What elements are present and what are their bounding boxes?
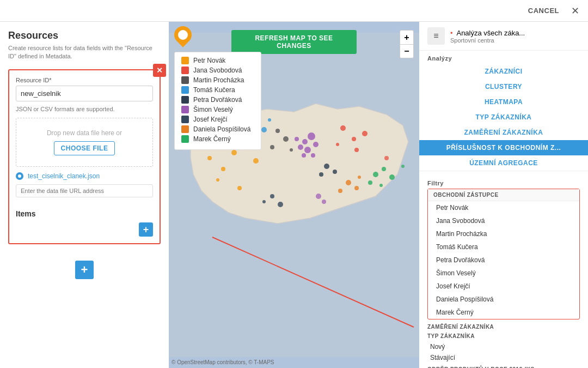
drop-zone-text: Drop new data file here or	[27, 129, 142, 137]
svg-point-18	[261, 127, 267, 132]
svg-point-24	[313, 142, 318, 147]
legend-label: Martin Procházka	[193, 76, 244, 84]
legend-dot	[181, 125, 189, 133]
filter-item[interactable]: Daniela Pospíšilová	[428, 293, 579, 306]
cancel-button[interactable]: CANCEL	[523, 4, 565, 17]
menu-item-zakaznici[interactable]: ZÁKAZNÍCI	[419, 64, 588, 79]
legend-dot	[181, 86, 189, 94]
svg-point-30	[319, 172, 323, 177]
svg-point-15	[270, 145, 274, 149]
svg-point-34	[389, 174, 395, 180]
svg-point-41	[278, 202, 283, 207]
map-area: REFRESH MAP TO SEE CHANGES + − Petr Nová…	[169, 22, 419, 368]
svg-point-19	[268, 118, 271, 122]
menu-item-prislusnost[interactable]: PŘÍSLUŠNOST K OBCHODNÍM Z...	[419, 140, 588, 155]
zoom-out-button[interactable]: −	[400, 44, 414, 58]
menu-item-clustery[interactable]: CLUSTERY	[419, 79, 588, 94]
drop-zone[interactable]: Drop new data file here or CHOOSE FILE	[16, 118, 153, 167]
filter-item[interactable]: Martin Procházka	[428, 227, 579, 240]
svg-point-44	[384, 156, 389, 160]
filter-item[interactable]: Petr Novák	[428, 201, 579, 214]
legend-label: Marek Černý	[193, 135, 231, 143]
filters-section: Filtry OBCHODNÍ ZÁSTUPCE Petr Novák Jana…	[419, 171, 588, 368]
location-pin-inner	[176, 28, 189, 41]
rp-bullet: •	[450, 29, 453, 37]
delete-icon: ✕	[156, 66, 163, 75]
legend-label: Jana Svobodová	[193, 67, 242, 74]
svg-point-32	[382, 167, 386, 171]
legend-dot	[181, 57, 189, 64]
delete-resource-button[interactable]: ✕	[153, 64, 166, 77]
svg-point-20	[302, 139, 308, 144]
svg-point-38	[338, 189, 342, 193]
svg-point-6	[237, 186, 242, 190]
svg-point-37	[354, 186, 359, 190]
map-container[interactable]: REFRESH MAP TO SEE CHANGES + − Petr Nová…	[169, 22, 419, 368]
legend-label: Tomáš Kučera	[193, 86, 235, 94]
file-selected-label: test_ciselnik_clanek.json	[28, 172, 100, 180]
svg-point-14	[283, 136, 289, 142]
legend-dot	[181, 116, 189, 123]
choose-file-button[interactable]: CHOOSE FILE	[54, 141, 115, 155]
svg-point-21	[308, 132, 315, 140]
map-copyright: © OpenStreetMap contributors, © T-MAPS	[171, 359, 274, 365]
menu-item-uzemni[interactable]: ÚZEMNÍ AGREGACE	[419, 155, 588, 171]
menu-item-typ[interactable]: TYP ZÁKAZNÍKA	[419, 110, 588, 125]
legend-item: Šimon Veselý	[181, 106, 254, 113]
right-panel: ≡ • Analýza všech záka... Sportovní cent…	[419, 22, 588, 368]
filter-obchodni-items: Petr Novák Jana Svobodová Martin Procház…	[428, 201, 579, 319]
filter-item[interactable]: Tomáš Kučera	[428, 240, 579, 254]
rp-title: • Analýza všech záka...	[450, 29, 525, 37]
svg-point-28	[324, 164, 329, 169]
svg-point-39	[358, 176, 361, 179]
filters-title: Filtry	[427, 176, 580, 189]
resource-id-label: Resource ID*	[16, 77, 153, 83]
svg-point-26	[311, 153, 315, 158]
filter-obchodni-header: OBCHODNÍ ZÁSTUPCE	[428, 189, 579, 201]
analysis-section-title: Analýzy	[419, 51, 588, 64]
resource-id-input[interactable]	[16, 86, 153, 101]
filter-item[interactable]: Marek Černý	[428, 306, 579, 319]
filter-item[interactable]: Petra Dvořáková	[428, 254, 579, 267]
menu-item-heatmapa[interactable]: HEATMAPA	[419, 94, 588, 110]
svg-point-4	[253, 158, 259, 164]
legend-item: Tomáš Kučera	[181, 86, 254, 94]
add-resource-button[interactable]: +	[75, 261, 94, 279]
svg-point-46	[316, 194, 321, 199]
legend-item: Marek Černý	[181, 135, 254, 143]
file-radio-row[interactable]: test_ciselnik_clanek.json	[16, 172, 153, 180]
legend-label: Josef Krejčí	[193, 116, 228, 123]
svg-point-5	[216, 178, 219, 182]
filter-zamereni-title: ZAMĚŘENÍ ZÁKAZNÍKA	[427, 324, 580, 330]
rp-header-icon: ≡	[427, 27, 445, 45]
close-icon: ✕	[571, 5, 579, 17]
panel-title: Resources	[8, 30, 161, 41]
rp-title-text: Analýza všech záka...	[456, 29, 525, 37]
filter-item[interactable]: Šimon Veselý	[428, 267, 579, 280]
filter-typ-novy[interactable]: Nový	[427, 341, 580, 352]
legend-item: Petra Dvořáková	[181, 96, 254, 104]
legend-dot	[181, 76, 189, 84]
items-add-row: +	[16, 222, 153, 237]
refresh-map-button[interactable]: REFRESH MAP TO SEE CHANGES	[231, 30, 357, 54]
filter-typ-stavajici[interactable]: Stávající	[427, 352, 580, 363]
add-item-button[interactable]: +	[139, 222, 153, 237]
left-panel: Resources Create resource lists for data…	[0, 22, 169, 368]
rp-subtitle: Sportovní centra	[450, 37, 525, 44]
close-icon-button[interactable]: ✕	[567, 3, 583, 19]
legend-item: Petr Novák	[181, 57, 254, 64]
map-legend: Petr NovákJana SvobodováMartin Procházka…	[174, 52, 261, 150]
filter-item[interactable]: Jana Svobodová	[428, 214, 579, 227]
svg-point-29	[333, 170, 337, 174]
zoom-in-button[interactable]: +	[400, 30, 414, 44]
legend-item: Jana Svobodová	[181, 67, 254, 74]
legend-dot	[181, 135, 189, 143]
url-input[interactable]	[16, 184, 153, 197]
svg-point-25	[302, 153, 306, 158]
svg-point-3	[221, 167, 225, 171]
filter-obchodni-box: OBCHODNÍ ZÁSTUPCE Petr Novák Jana Svobod…	[427, 189, 580, 319]
legend-dot	[181, 67, 189, 74]
filter-item[interactable]: Josef Krejčí	[428, 280, 579, 293]
legend-item: Josef Krejčí	[181, 116, 254, 123]
menu-item-zamereni[interactable]: ZAMĚŘENÍ ZÁKAZNÍKA	[419, 125, 588, 140]
